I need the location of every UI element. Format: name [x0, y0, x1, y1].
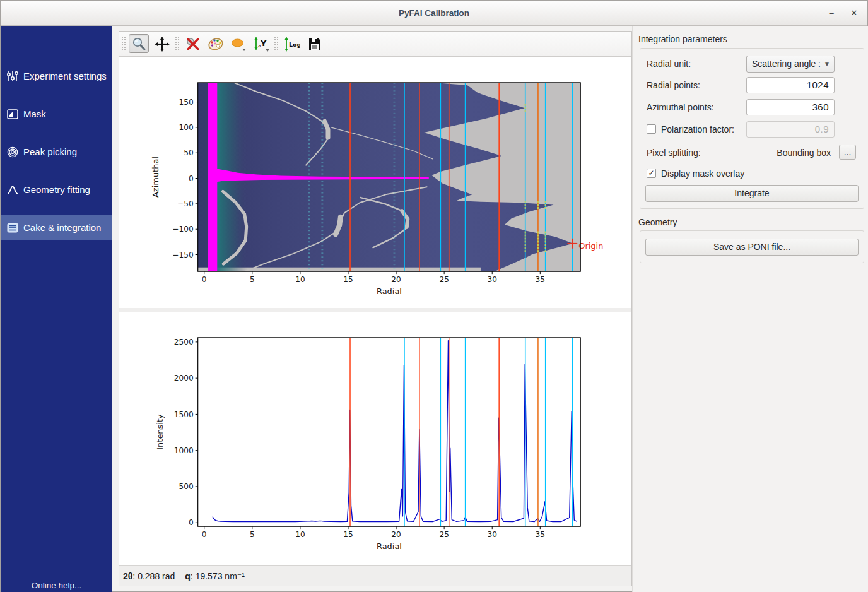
- svg-text:15: 15: [343, 530, 353, 539]
- app-window: PyFAI Calibration – ✕ Experiment setting…: [0, 0, 868, 592]
- minimize-button[interactable]: –: [823, 1, 840, 26]
- radial-unit-value: Scattering angle :: [752, 59, 821, 69]
- svg-text:0: 0: [189, 174, 194, 183]
- mask-color-button[interactable]: [228, 34, 248, 53]
- svg-text:−150: −150: [172, 251, 193, 259]
- integration-parameters-group: Radial unit: Scattering angle : ▼ Radial…: [640, 48, 864, 209]
- svg-text:30: 30: [487, 530, 496, 539]
- sidebar-item-peak-picking[interactable]: Peak picking: [1, 139, 112, 165]
- sidebar-item-experiment-settings[interactable]: Experiment settings: [1, 64, 112, 89]
- svg-text:20: 20: [391, 530, 401, 539]
- sidebar-item-mask[interactable]: Mask: [1, 102, 112, 127]
- toolbar-separator: [175, 36, 179, 52]
- polarization-checkbox[interactable]: [647, 124, 656, 134]
- svg-text:25: 25: [439, 530, 449, 539]
- radial-unit-combo[interactable]: Scattering angle : ▼: [746, 56, 835, 73]
- online-help-link[interactable]: Online help...: [1, 581, 112, 590]
- azimuthal-points-label: Azimuthal points:: [647, 102, 714, 112]
- sidebar-item-geometry-fitting[interactable]: Geometry fitting: [1, 177, 112, 203]
- target-icon: [6, 146, 19, 158]
- svg-text:30: 30: [487, 275, 496, 284]
- svg-text:Log: Log: [289, 41, 300, 48]
- pan-button[interactable]: [151, 34, 172, 53]
- sidebar-item-label: Mask: [23, 102, 46, 127]
- plot-panel: aYLog Origin05101520253035−150−100−50050…: [119, 31, 632, 586]
- status-2: 2θ: 0.288 rad: [123, 571, 175, 581]
- status-bar: 2θ: 0.288 radq: 19.573 nm⁻¹: [119, 565, 631, 586]
- svg-text:20: 20: [391, 275, 401, 284]
- sidebar-item-label: Peak picking: [23, 139, 77, 165]
- svg-text:100: 100: [179, 123, 194, 132]
- svg-text:25: 25: [439, 275, 449, 284]
- svg-text:2500: 2500: [174, 338, 194, 346]
- window-title: PyFAI Calibration: [1, 1, 867, 26]
- geometry-title: Geometry: [638, 217, 677, 227]
- svg-text:5: 5: [250, 530, 255, 539]
- display-mask-label: Display mask overlay: [661, 169, 744, 179]
- close-button[interactable]: ✕: [846, 1, 862, 26]
- integration-parameters-title: Integration parameters: [638, 34, 727, 44]
- svg-text:2000: 2000: [174, 374, 194, 382]
- chevron-down-icon: ▼: [824, 56, 830, 72]
- zoom-button[interactable]: [129, 34, 149, 53]
- svg-text:1500: 1500: [174, 410, 194, 419]
- cake-xlabel: Radial: [377, 287, 402, 296]
- svg-text:10: 10: [295, 530, 305, 539]
- title-bar: PyFAI Calibration – ✕: [1, 1, 867, 26]
- svg-text:−100: −100: [172, 225, 193, 234]
- plot-toolbar: aYLog: [119, 32, 631, 57]
- azimuthal-points-input[interactable]: 360: [746, 99, 835, 115]
- svg-text:35: 35: [536, 275, 545, 284]
- cake-ylabel: Azimuthal: [151, 157, 160, 198]
- polarization-input: 0.9: [746, 121, 835, 138]
- svg-text:0: 0: [189, 518, 194, 527]
- svg-text:Y: Y: [260, 38, 267, 48]
- display-mask-checkbox[interactable]: ✓: [647, 169, 656, 178]
- polarization-label: Polarization factor:: [661, 124, 734, 134]
- svg-text:50: 50: [184, 148, 193, 157]
- sidebar-item-label: Cake & integration: [23, 215, 101, 240]
- cake-icon: [6, 222, 19, 234]
- pixel-splitting-more-button[interactable]: ...: [839, 145, 856, 160]
- svg-text:−50: −50: [177, 199, 194, 208]
- save-poni-button[interactable]: Save as PONI file...: [645, 239, 859, 256]
- remove-rings-button[interactable]: [182, 34, 202, 53]
- toolbar-separator: [274, 36, 278, 52]
- integrate-button[interactable]: Integrate: [645, 185, 859, 202]
- svg-text:15: 15: [343, 275, 353, 284]
- svg-text:1000: 1000: [174, 446, 194, 455]
- radial-unit-label: Radial unit:: [647, 59, 691, 69]
- radial-points-label: Radial points:: [647, 80, 700, 90]
- autoscale-y-button[interactable]: aY: [250, 34, 271, 53]
- svg-text:0: 0: [202, 275, 207, 284]
- sidebar-item-label: Experiment settings: [23, 64, 107, 89]
- sidebar-item-label: Geometry fitting: [23, 177, 90, 203]
- log-scale-button[interactable]: Log: [281, 34, 302, 53]
- toolbar-handle: [121, 36, 126, 52]
- peak-curve-icon: [6, 184, 19, 196]
- radial-points-input[interactable]: 1024: [746, 77, 835, 93]
- svg-text:5: 5: [250, 275, 255, 284]
- svg-text:10: 10: [295, 275, 305, 284]
- pixel-splitting-value: Bounding box: [777, 148, 831, 158]
- svg-text:Origin: Origin: [578, 241, 603, 251]
- pixel-splitting-label: Pixel splitting:: [647, 148, 701, 158]
- svg-text:35: 35: [536, 530, 545, 539]
- colormap-button[interactable]: [205, 34, 225, 53]
- save-button[interactable]: [304, 34, 324, 53]
- status-q: q: 19.573 nm⁻¹: [185, 571, 245, 581]
- integration-xlabel: Radial: [377, 542, 402, 551]
- plots-canvas[interactable]: Origin05101520253035−150−100−50050100150…: [119, 57, 631, 565]
- cake-plot-image[interactable]: [198, 81, 581, 276]
- integration-ylabel: Intensity: [155, 414, 165, 450]
- svg-text:0: 0: [202, 530, 207, 539]
- svg-text:500: 500: [179, 482, 194, 491]
- mask-icon: [6, 108, 19, 121]
- parameters-panel: Integration parameters Radial unit: Scat…: [632, 26, 868, 592]
- sidebar: Experiment settingsMaskPeak pickingGeome…: [1, 26, 112, 592]
- sliders-icon: [6, 70, 19, 83]
- geometry-group: Save as PONI file...: [640, 230, 864, 263]
- svg-text:150: 150: [179, 98, 194, 107]
- sidebar-item-cake-integration[interactable]: Cake & integration: [1, 215, 112, 240]
